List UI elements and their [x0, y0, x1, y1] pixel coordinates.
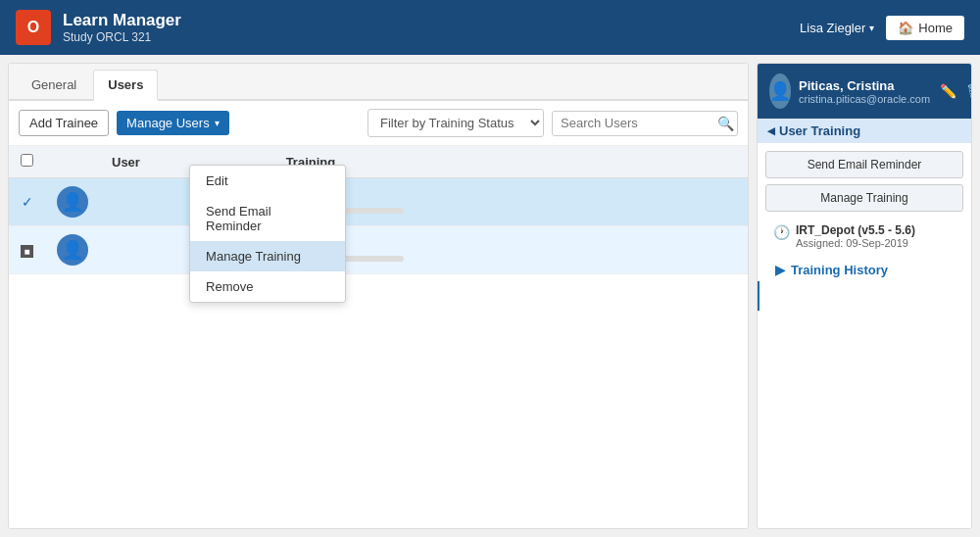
progress-text: 0 out of 1	[286, 191, 736, 205]
tab-general[interactable]: General	[17, 70, 91, 99]
home-button-label: Home	[918, 21, 953, 35]
row-checkbox-cell: ✓	[9, 178, 45, 226]
training-history-label: Training History	[791, 263, 888, 277]
col-checkbox	[9, 146, 45, 178]
header-right: Lisa Ziegler ▾ 🏠 Home	[800, 16, 964, 40]
search-box: 🔍	[552, 111, 738, 136]
row-avatar-cell: 👤	[45, 226, 100, 274]
checkmark-icon: ✓	[22, 194, 33, 210]
training-item-info: IRT_Depot (v5.5 - 5.6) Assigned: 09-Sep-…	[796, 223, 915, 249]
main-content: General Users Add Trainee Manage Users ▾…	[0, 55, 980, 537]
dropdown-arrow-icon: ▾	[215, 118, 220, 128]
user-name: Piticas, Cristina	[799, 78, 930, 93]
training-history-arrow-icon: ▶	[775, 263, 785, 277]
row-avatar-cell: 👤	[45, 178, 100, 226]
panel-body: Send Email Reminder Manage Training 🕐 IR…	[758, 143, 971, 293]
user-info: Piticas, Cristina cristina.piticas@oracl…	[799, 78, 930, 105]
app-header: O Learn Manager Study ORCL 321 Lisa Zieg…	[0, 0, 980, 55]
training-item: 🕐 IRT_Depot (v5.5 - 5.6) Assigned: 09-Se…	[765, 218, 963, 255]
select-all-checkbox[interactable]	[21, 154, 33, 167]
app-name: Learn Manager	[63, 11, 181, 30]
filter-training-status[interactable]: Filter by Training Status	[368, 109, 544, 137]
user-actions: ✏️ 🗑️	[938, 81, 972, 101]
send-email-reminder-button[interactable]: Send Email Reminder	[765, 151, 963, 178]
home-icon: 🏠	[898, 21, 913, 35]
clock-icon: 🕐	[773, 224, 790, 240]
dropdown-item-edit[interactable]: Edit	[190, 166, 345, 196]
checkmark-icon: ■	[21, 245, 32, 258]
progress-container: 0 out of 1	[286, 191, 736, 214]
left-panel: General Users Add Trainee Manage Users ▾…	[8, 63, 749, 529]
user-avatar: 👤	[769, 73, 791, 109]
toolbar: Add Trainee Manage Users ▾ Edit Send Ema…	[9, 101, 748, 146]
home-button[interactable]: 🏠 Home	[886, 16, 964, 40]
user-training-section-title: ◀ User Training	[758, 119, 971, 143]
row-checkbox-cell: ■	[9, 226, 45, 274]
section-collapse-icon: ◀	[767, 125, 775, 136]
table-row: ✓ 👤 0 out of 1	[9, 178, 748, 226]
delete-user-icon-button[interactable]: 🗑️	[964, 81, 972, 101]
dropdown-item-send-email[interactable]: Send Email Reminder	[190, 196, 345, 241]
avatar: 👤	[57, 234, 88, 266]
users-table: User Training ✓ 👤	[9, 146, 748, 274]
progress-container: 0 out of 2	[286, 239, 736, 262]
avatar: 👤	[57, 186, 88, 218]
training-history-toggle[interactable]: ▶ Training History	[765, 255, 963, 285]
col-avatar	[45, 146, 100, 178]
header-title: Learn Manager Study ORCL 321	[63, 11, 181, 44]
training-item-name: IRT_Depot (v5.5 - 5.6)	[796, 223, 915, 237]
user-header: 👤 Piticas, Cristina cristina.piticas@ora…	[758, 64, 971, 119]
manage-users-label: Manage Users	[126, 116, 210, 130]
header-user: Lisa Ziegler ▾	[800, 21, 874, 35]
edit-user-icon-button[interactable]: ✏️	[938, 81, 958, 101]
header-left: O Learn Manager Study ORCL 321	[16, 10, 181, 45]
progress-text: 0 out of 2	[286, 239, 736, 253]
manage-users-dropdown: Edit Send Email Reminder Manage Training…	[189, 165, 346, 303]
right-panel: ❯ 👤 Piticas, Cristina cristina.piticas@o…	[757, 63, 972, 529]
add-trainee-button[interactable]: Add Trainee	[19, 110, 109, 136]
dropdown-item-manage-training[interactable]: Manage Training	[190, 241, 345, 271]
search-icon: 🔍	[717, 116, 734, 131]
table-row: ■ 👤 0 out of 2	[9, 226, 748, 274]
user-name-label: Lisa Ziegler	[800, 21, 865, 35]
search-input[interactable]	[561, 116, 717, 130]
tabs: General Users	[9, 64, 748, 101]
user-email: cristina.piticas@oracle.com	[799, 93, 930, 105]
tab-users[interactable]: Users	[93, 70, 158, 101]
manage-users-button[interactable]: Manage Users ▾	[117, 111, 229, 135]
manage-training-button[interactable]: Manage Training	[765, 184, 963, 212]
section-title-label: User Training	[779, 123, 860, 138]
sub-name: Study ORCL 321	[63, 30, 181, 44]
training-item-date: Assigned: 09-Sep-2019	[796, 237, 915, 249]
dropdown-item-remove[interactable]: Remove	[190, 271, 345, 302]
app-logo: O	[16, 10, 51, 45]
panel-toggle-button[interactable]: ❯	[757, 281, 760, 311]
user-caret-icon[interactable]: ▾	[869, 23, 874, 33]
